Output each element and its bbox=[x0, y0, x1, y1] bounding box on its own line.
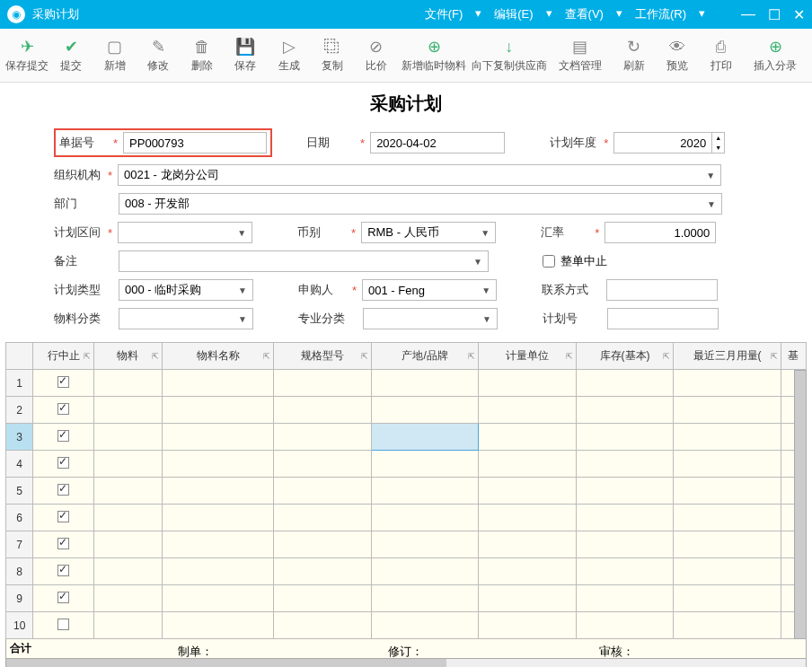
doc-manage-button[interactable]: ▤文档管理 bbox=[549, 31, 612, 80]
grid-cell[interactable] bbox=[371, 505, 478, 531]
grid-cell[interactable] bbox=[674, 612, 781, 639]
row-number[interactable]: 2 bbox=[6, 397, 33, 424]
corner-cell[interactable] bbox=[6, 343, 33, 370]
row-number[interactable]: 3 bbox=[6, 424, 33, 451]
grid-cell[interactable] bbox=[576, 612, 674, 639]
compare-button[interactable]: ⊘比价 bbox=[356, 31, 398, 80]
table-row[interactable]: 3 bbox=[6, 424, 807, 451]
maximize-button[interactable]: ☐ bbox=[768, 6, 781, 23]
checkbox-icon[interactable] bbox=[57, 592, 69, 603]
copy-button[interactable]: ⿻复制 bbox=[312, 31, 354, 80]
modify-button[interactable]: ✎修改 bbox=[137, 31, 180, 80]
grid-cell[interactable] bbox=[274, 531, 372, 558]
checkbox-icon[interactable] bbox=[57, 565, 69, 576]
close-button[interactable]: ✕ bbox=[793, 6, 805, 23]
plan-year-spinner[interactable]: ▲▼ bbox=[712, 132, 725, 154]
grid-cell[interactable] bbox=[371, 531, 478, 558]
table-row[interactable]: 10 bbox=[6, 612, 807, 639]
table-row[interactable]: 2 bbox=[6, 397, 807, 424]
grid-cell[interactable] bbox=[162, 370, 274, 397]
currency-select[interactable]: RMB - 人民币▼ bbox=[361, 222, 496, 243]
grid-cell[interactable] bbox=[371, 424, 478, 451]
grid-cell[interactable] bbox=[576, 558, 674, 585]
save-submit-button[interactable]: ✈保存提交 bbox=[5, 31, 49, 80]
checkbox-icon[interactable] bbox=[57, 484, 69, 496]
grid-cell[interactable] bbox=[479, 612, 577, 639]
grid-cell[interactable] bbox=[274, 370, 372, 397]
insert-entry-button[interactable]: ⊕插入分录 bbox=[744, 31, 807, 80]
grid-cell[interactable] bbox=[93, 397, 162, 424]
grid-cell[interactable] bbox=[479, 397, 577, 424]
contact-input[interactable] bbox=[606, 279, 718, 301]
submit-button[interactable]: ✔提交 bbox=[50, 31, 93, 80]
data-grid[interactable]: 行中止⇱ 物料⇱ 物料名称⇱ 规格型号⇱ 产地/品牌⇱ 计量单位⇱ 库存(基本)… bbox=[5, 342, 807, 639]
date-input[interactable] bbox=[370, 132, 505, 154]
row-number[interactable]: 7 bbox=[6, 531, 33, 558]
grid-cell[interactable] bbox=[371, 558, 478, 585]
rate-input[interactable] bbox=[605, 222, 716, 243]
grid-cell[interactable] bbox=[274, 558, 372, 585]
grid-cell[interactable] bbox=[674, 370, 781, 397]
grid-cell[interactable] bbox=[576, 478, 674, 505]
row-cancel-cell[interactable] bbox=[33, 531, 93, 558]
grid-cell[interactable] bbox=[93, 531, 162, 558]
grid-cell[interactable] bbox=[93, 451, 162, 478]
menu-file[interactable]: 文件(F) bbox=[425, 6, 463, 22]
grid-cell[interactable] bbox=[162, 478, 274, 505]
grid-cell[interactable] bbox=[274, 505, 372, 531]
grid-cell[interactable] bbox=[371, 451, 478, 478]
grid-cell[interactable] bbox=[576, 451, 674, 478]
row-cancel-cell[interactable] bbox=[33, 370, 93, 397]
grid-cell[interactable] bbox=[674, 397, 781, 424]
menu-view[interactable]: 查看(V) bbox=[565, 6, 604, 22]
grid-cell[interactable] bbox=[162, 505, 274, 531]
grid-cell[interactable] bbox=[162, 612, 274, 639]
col-recent-usage[interactable]: 最近三月用量(⇱ bbox=[674, 343, 781, 370]
checkbox-icon[interactable] bbox=[57, 538, 69, 549]
col-unit[interactable]: 计量单位⇱ bbox=[479, 343, 577, 370]
table-row[interactable]: 4 bbox=[6, 451, 807, 478]
col-spec[interactable]: 规格型号⇱ bbox=[274, 343, 372, 370]
table-row[interactable]: 6 bbox=[6, 505, 807, 531]
delete-button[interactable]: 🗑删除 bbox=[181, 31, 224, 80]
col-material-name[interactable]: 物料名称⇱ bbox=[162, 343, 274, 370]
grid-cell[interactable] bbox=[674, 451, 781, 478]
grid-cell[interactable] bbox=[93, 424, 162, 451]
refresh-button[interactable]: ↻刷新 bbox=[613, 31, 656, 80]
row-cancel-cell[interactable] bbox=[33, 424, 93, 451]
grid-cell[interactable] bbox=[674, 531, 781, 558]
row-cancel-cell[interactable] bbox=[33, 478, 93, 505]
grid-cell[interactable] bbox=[674, 505, 781, 531]
grid-cell[interactable] bbox=[479, 531, 577, 558]
remark-select[interactable]: ▼ bbox=[119, 250, 489, 272]
row-number[interactable]: 10 bbox=[6, 612, 33, 639]
grid-cell[interactable] bbox=[479, 505, 577, 531]
save-button[interactable]: 💾保存 bbox=[225, 31, 267, 80]
grid-cell[interactable] bbox=[576, 585, 674, 612]
material-class-select[interactable]: ▼ bbox=[119, 308, 253, 329]
checkbox-icon[interactable] bbox=[57, 430, 69, 442]
grid-cell[interactable] bbox=[162, 558, 274, 585]
table-row[interactable]: 5 bbox=[6, 478, 807, 505]
grid-cell[interactable] bbox=[93, 370, 162, 397]
applicant-select[interactable]: 001 - Feng▼ bbox=[362, 279, 497, 301]
grid-cell[interactable] bbox=[274, 585, 372, 612]
row-number[interactable]: 5 bbox=[6, 478, 33, 505]
plan-year-input[interactable] bbox=[613, 132, 712, 154]
col-stock[interactable]: 库存(基本)⇱ bbox=[576, 343, 674, 370]
row-number[interactable]: 6 bbox=[6, 505, 33, 531]
grid-cell[interactable] bbox=[162, 397, 274, 424]
grid-cell[interactable] bbox=[479, 478, 577, 505]
org-select[interactable]: 0021 - 龙岗分公司▼ bbox=[118, 164, 721, 186]
grid-cell[interactable] bbox=[576, 370, 674, 397]
row-number[interactable]: 1 bbox=[6, 370, 33, 397]
grid-cell[interactable] bbox=[479, 451, 577, 478]
grid-cell[interactable] bbox=[576, 531, 674, 558]
plan-type-select[interactable]: 000 - 临时采购▼ bbox=[119, 279, 253, 301]
grid-cell[interactable] bbox=[576, 397, 674, 424]
grid-cell[interactable] bbox=[274, 478, 372, 505]
grid-cell[interactable] bbox=[93, 478, 162, 505]
checkbox-icon[interactable] bbox=[57, 376, 69, 388]
grid-cell[interactable] bbox=[371, 370, 478, 397]
grid-cell[interactable] bbox=[162, 451, 274, 478]
